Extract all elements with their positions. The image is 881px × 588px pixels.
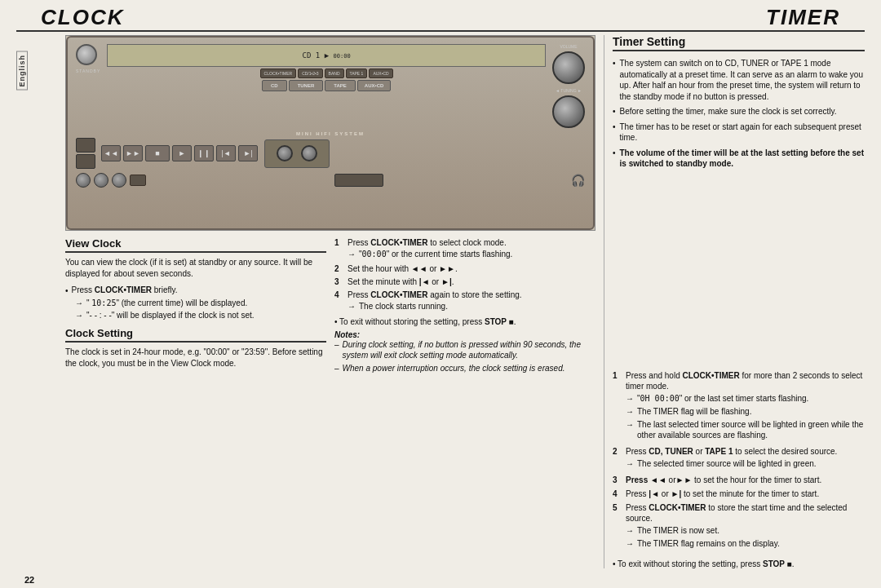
clock-setting-title: Clock Setting xyxy=(65,327,326,343)
timer-step-1: 1 Press and hold CLOCK•TIMER for more th… xyxy=(613,370,865,443)
view-clock-description: You can view the clock (if it is set) at… xyxy=(65,257,326,280)
notes-label: Notes: xyxy=(334,330,595,339)
view-clock-arrow2: → "- - : - -" will be displayed if the c… xyxy=(65,310,326,321)
view-clock-arrow1: → " 10:25" (the current time) will be di… xyxy=(65,298,326,308)
cd-btn[interactable]: CD xyxy=(262,80,287,91)
timer-bullets: • The system can switch on to CD, TUNER … xyxy=(613,58,865,364)
clock-title: CLOCK xyxy=(41,5,124,30)
slider-bar[interactable] xyxy=(334,174,383,187)
timer-title: TIMER xyxy=(766,5,840,30)
timer-bullet-1: • The system can switch on to CD, TUNER … xyxy=(613,58,865,102)
clock-timer-btn[interactable]: CLOCK•TIMER xyxy=(260,69,297,78)
timer-bullet-2: • Before setting the timer, make sure th… xyxy=(613,106,865,117)
timer-step-5: 5 Press CLOCK•TIMER to store the start t… xyxy=(613,502,865,551)
clock-setting-description: The clock is set in 24-hour mode, e.g. "… xyxy=(65,347,326,369)
circle-btn-2[interactable] xyxy=(94,173,108,188)
tape-reel-right xyxy=(301,145,317,161)
volume-knob[interactable] xyxy=(552,51,585,84)
misc-btn-1[interactable] xyxy=(76,138,95,153)
timer-setting-title: Timer Setting xyxy=(613,35,865,51)
note-2: – When a power interruption occurs, the … xyxy=(334,363,595,374)
tuning-knob[interactable] xyxy=(552,95,585,128)
circle-btn-3[interactable] xyxy=(112,173,126,188)
tape-door xyxy=(264,139,330,168)
view-clock-bullet1: • Press CLOCK•TIMER briefly. xyxy=(65,285,326,296)
power-button[interactable] xyxy=(76,44,97,65)
cd-source-btn[interactable]: CD/1•2•3 xyxy=(298,69,322,78)
tuner-btn[interactable]: TUNER xyxy=(289,80,324,91)
clock-steps-list: 1 Press CLOCK•TIMER to select clock mode… xyxy=(334,237,595,313)
prev-btn[interactable]: |◄ xyxy=(216,145,236,161)
play-btn[interactable]: ► xyxy=(172,145,192,161)
headphone-icon: 🎧 xyxy=(571,174,585,187)
timer-bullet-3: • The timer has to be reset or start aga… xyxy=(613,122,865,144)
tape-btn[interactable]: TAPE xyxy=(325,80,356,91)
view-clock-section: View Clock You can view the clock (if it… xyxy=(65,237,326,321)
tape-reel-left xyxy=(277,145,293,161)
clock-step-2: 2 Set the hour with ◄◄ or ►►. xyxy=(334,263,595,274)
next-btn[interactable]: ►| xyxy=(238,145,258,161)
pause-btn[interactable]: ❙❙ xyxy=(194,145,214,161)
clock-exit-note: • To exit without storing the setting, p… xyxy=(334,316,595,327)
aux-cd-btn[interactable]: AUX•CD xyxy=(357,80,391,91)
aux-btn[interactable]: AUX•CD xyxy=(369,69,392,78)
clock-step-1: 1 Press CLOCK•TIMER to select clock mode… xyxy=(334,237,595,261)
page-number: 22 xyxy=(24,575,34,585)
tape1-btn[interactable]: TAPE 1 xyxy=(346,69,368,78)
timer-step-2: 2 Press CD, TUNER or TAPE 1 to select th… xyxy=(613,446,865,471)
rewind-btn[interactable]: ◄◄ xyxy=(101,145,121,161)
timer-bullet-4-bold: • The volume of the timer will be at the… xyxy=(613,148,865,170)
timer-exit-note: • To exit without storing the setting, p… xyxy=(613,559,865,568)
note-1: – During clock setting, if no button is … xyxy=(334,339,595,360)
view-clock-title: View Clock xyxy=(65,237,326,253)
misc-btn-2[interactable] xyxy=(76,154,95,169)
timer-steps: 1 Press and hold CLOCK•TIMER for more th… xyxy=(613,370,865,555)
stop-btn[interactable]: ■ xyxy=(145,145,170,161)
clock-step-4: 4 Press CLOCK•TIMER again to store the s… xyxy=(334,290,595,313)
notes-section: Notes: – During clock setting, if no but… xyxy=(334,330,595,374)
clock-step-3: 3 Set the minute with |◄ or ►|. xyxy=(334,276,595,287)
timer-step-4: 4 Press |◄ or ►| to set the minute for t… xyxy=(613,489,865,499)
timer-step-3: 3 Press ◄◄ or►► to set the hour for the … xyxy=(613,475,865,485)
mini-hifi-label: MINI HIFI SYSTEM xyxy=(76,131,585,136)
ffwd-btn[interactable]: ►► xyxy=(123,145,143,161)
rect-btn[interactable] xyxy=(130,175,146,186)
band-btn[interactable]: BAND xyxy=(325,69,344,78)
device-display: CD 1 ▶ 00:00 xyxy=(303,51,351,60)
clock-setting-section: Clock Setting The clock is set in 24-hou… xyxy=(65,327,326,369)
language-label: English xyxy=(16,51,28,91)
device-image: STANDBY CD 1 ▶ 00:00 CLOCK•TIMER CD/1•2•… xyxy=(65,35,595,231)
clock-step-1-arrow: → "00:00" or the current time starts fla… xyxy=(348,249,512,259)
circle-btn-1[interactable] xyxy=(76,173,91,188)
